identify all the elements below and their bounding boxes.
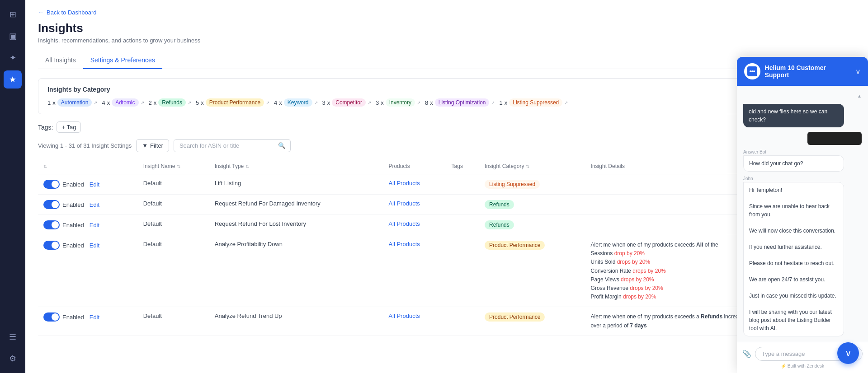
- viewing-text: Viewing 1 - 31 of 31 Insight Settings: [38, 142, 132, 149]
- chat-logo-icon: [744, 63, 760, 79]
- col-products: Products: [383, 159, 446, 174]
- category-badge-5: Product Performance: [485, 312, 545, 322]
- table-row: Enabled Edit Default Analyze Refund Tren…: [38, 307, 855, 336]
- chat-sender-john: John: [743, 176, 862, 181]
- search-input[interactable]: [174, 140, 274, 152]
- page-subtitle: Insights, recommendations, and actions t…: [38, 37, 855, 44]
- enabled-toggle-2[interactable]: [43, 200, 60, 209]
- zendesk-icon: ⚡: [781, 364, 786, 368]
- cat-badge-automation[interactable]: Automation: [57, 98, 92, 107]
- chat-message-1: old and new files here so we can check?: [743, 104, 862, 127]
- cat-badge-competitor[interactable]: Competitor: [332, 98, 366, 107]
- chat-close-icon[interactable]: ∨: [855, 67, 861, 76]
- row-category-4: Product Performance: [479, 235, 585, 307]
- chat-message-john: John Hi Templeton! Since we are unable t…: [743, 176, 862, 336]
- chat-bubble-1: old and new files here so we can check?: [743, 104, 844, 127]
- cat-badge-inventory[interactable]: Inventory: [386, 98, 415, 107]
- filter-button[interactable]: ▼ Filter: [136, 139, 169, 152]
- category-badge-1: Listing Suppressed: [485, 180, 540, 189]
- row-tags-4: [446, 235, 480, 307]
- cat-badge-product-performance[interactable]: Product Performance: [206, 98, 264, 107]
- cat-item-product-performance: 5 x Product Performance ↗: [196, 98, 269, 107]
- row-insight-name-2: Default: [138, 195, 209, 215]
- tags-label: Tags:: [38, 124, 53, 131]
- chat-bubble-answerbot: How did your chat go?: [743, 155, 844, 172]
- cat-badge-listing-optimization[interactable]: Listing Optimization: [435, 98, 490, 107]
- row-category-5: Product Performance: [479, 307, 585, 336]
- row-insight-name-3: Default: [138, 215, 209, 235]
- sort-icon[interactable]: ⇅: [43, 164, 47, 169]
- col-tags: Tags: [446, 159, 480, 174]
- chat-title: Helium 10 Customer Support: [765, 64, 851, 79]
- back-arrow-icon: ←: [38, 9, 44, 16]
- sort-insight-name-icon[interactable]: ⇅: [177, 164, 180, 169]
- scroll-up-btn[interactable]: ▲: [857, 93, 862, 98]
- enabled-toggle-1[interactable]: [43, 180, 60, 189]
- row-toggle-cell: Enabled Edit: [38, 235, 138, 307]
- sort-category-icon[interactable]: ⇅: [526, 164, 529, 169]
- category-badge-3: Refunds: [485, 220, 514, 229]
- row-category-2: Refunds: [479, 195, 585, 215]
- cat-badge-refunds[interactable]: Refunds: [158, 98, 186, 107]
- filter-icon: ▼: [142, 142, 148, 149]
- row-tags-1: [446, 174, 480, 195]
- filter-label: Filter: [150, 142, 163, 149]
- chat-message-answerbot: Answer Bot How did your chat go?: [743, 149, 862, 172]
- sidebar: ⊞ ▣ ✦ ★ ☰ ⚙: [0, 0, 25, 373]
- category-title: Insights by Category: [47, 86, 846, 93]
- row-tags-3: [446, 215, 480, 235]
- settings-icon[interactable]: ⚙: [4, 350, 22, 368]
- chat-bubble-button[interactable]: ∨: [837, 342, 859, 364]
- cat-item-automation: 1 x Automation ↗: [47, 98, 97, 107]
- star-icon[interactable]: ★: [4, 70, 22, 89]
- sort-insight-type-icon[interactable]: ⇅: [245, 164, 249, 169]
- row-insight-type-4: Analyze Profitability Down: [209, 235, 383, 307]
- edit-link-3[interactable]: Edit: [90, 222, 99, 228]
- col-insight-type: Insight Type ⇅: [209, 159, 383, 174]
- search-button[interactable]: 🔍: [274, 140, 290, 152]
- cat-item-listing-suppressed: 1 x Listing Suppressed ↗: [499, 98, 568, 107]
- chat-powered-by: ⚡ Built with Zendesk: [742, 364, 863, 368]
- table-row: Enabled Edit Default Analyze Profitabili…: [38, 235, 855, 307]
- edit-link-5[interactable]: Edit: [90, 314, 99, 321]
- enabled-toggle-3[interactable]: [43, 220, 60, 229]
- row-products-4: All Products: [383, 235, 446, 307]
- cat-item-adtomic: 4 x Adtomic ↗: [102, 98, 144, 107]
- filter-row: Viewing 1 - 31 of 31 Insight Settings ▼ …: [38, 139, 855, 152]
- chat-redacted-image: [807, 132, 862, 145]
- cat-badge-adtomic[interactable]: Adtomic: [112, 98, 138, 107]
- edit-link-1[interactable]: Edit: [90, 181, 99, 188]
- list-icon[interactable]: ☰: [4, 328, 22, 346]
- add-tag-button[interactable]: + Tag: [57, 121, 81, 133]
- cat-badge-listing-suppressed[interactable]: Listing Suppressed: [509, 98, 562, 107]
- enabled-toggle-5[interactable]: [43, 312, 60, 322]
- grid-icon[interactable]: ⊞: [4, 5, 22, 23]
- row-toggle-cell: Enabled Edit: [38, 215, 138, 235]
- row-tags-5: [446, 307, 480, 336]
- tags-row: Tags: + Tag: [38, 121, 855, 133]
- row-toggle-cell: Enabled Edit: [38, 174, 138, 195]
- back-to-dashboard-link[interactable]: ← Back to Dashboard: [38, 9, 855, 16]
- row-category-1: Listing Suppressed: [479, 174, 585, 195]
- chat-header: Helium 10 Customer Support ∨: [737, 57, 868, 86]
- cat-badge-keyword[interactable]: Keyword: [284, 98, 312, 107]
- col-toggle: ⇅: [38, 159, 138, 174]
- chat-body: ▲ old and new files here so we can check…: [737, 86, 868, 342]
- edit-link-4[interactable]: Edit: [90, 242, 99, 249]
- chat-bubble-icon: ∨: [845, 348, 852, 359]
- enabled-toggle-4[interactable]: [43, 241, 60, 250]
- zap-icon[interactable]: ✦: [4, 49, 22, 67]
- tab-all-insights[interactable]: All Insights: [38, 52, 83, 69]
- row-category-3: Refunds: [479, 215, 585, 235]
- edit-link-2[interactable]: Edit: [90, 201, 99, 208]
- page-title: Insights: [38, 21, 855, 35]
- row-insight-type-3: Request Refund For Lost Inventory: [209, 215, 383, 235]
- category-badge-4: Product Performance: [485, 241, 545, 250]
- tab-settings-preferences[interactable]: Settings & Preferences: [83, 52, 162, 69]
- table-row: Enabled Edit Default Lift Listing All Pr…: [38, 174, 855, 195]
- insights-table: ⇅ Insight Name ⇅ Insight Type ⇅ Products…: [38, 159, 855, 336]
- attach-icon[interactable]: 📎: [742, 350, 751, 358]
- layout-icon[interactable]: ▣: [4, 27, 22, 45]
- cat-item-listing-optimization: 8 x Listing Optimization ↗: [425, 98, 495, 107]
- chat-bubble-john: Hi Templeton! Since we are unable to hea…: [743, 182, 844, 336]
